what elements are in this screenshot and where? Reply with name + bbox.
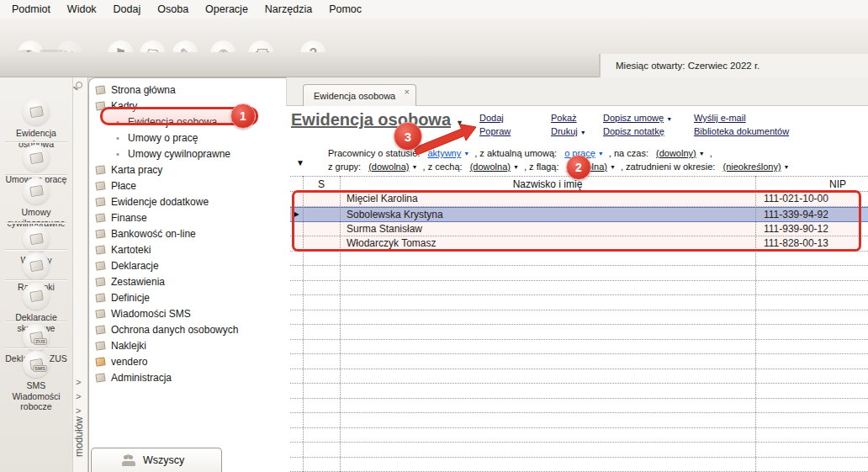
filter-text: , bbox=[710, 148, 712, 158]
tree-item-zestawienia[interactable]: Zestawienia bbox=[88, 273, 286, 289]
document-tab-ewidencja-osobowa[interactable]: Ewidencja osobowa × bbox=[303, 84, 416, 106]
pokaz-link[interactable]: Pokaż bbox=[551, 113, 577, 123]
filter-line-1: Pracownicy o statusie: aktywny , z aktua… bbox=[328, 148, 715, 158]
dropdown-caret-icon: ▼ bbox=[666, 116, 672, 122]
sidebar-item-label: SMS Wiadomości robocze bbox=[2, 380, 71, 412]
banking-icon bbox=[95, 229, 105, 238]
wyslij-email-link[interactable]: Wyślij e-mail bbox=[694, 113, 746, 123]
close-icon[interactable]: × bbox=[405, 87, 410, 97]
tree-item-umowy-o-prace[interactable]: Umowy o pracę bbox=[88, 130, 286, 146]
filter-text: , z flagą: bbox=[524, 162, 559, 172]
dopisz-notatke-link[interactable]: Dopisz notatkę bbox=[603, 126, 664, 136]
document-tab-label: Ewidencja osobowa bbox=[314, 91, 395, 101]
sidebar-item-umowy-cywilnoprawne[interactable]: Umowy cywilnoprawne bbox=[0, 178, 72, 228]
tree-item-naklejki[interactable]: Naklejki bbox=[88, 337, 286, 353]
home-icon bbox=[95, 85, 105, 94]
empty-table-row bbox=[290, 354, 868, 369]
tree-item-wiadomosci-sms[interactable]: Wiadomości SMS bbox=[88, 305, 286, 321]
title-dropdown-caret-icon[interactable]: ▼ bbox=[456, 119, 463, 127]
empty-table-row bbox=[290, 295, 868, 310]
labels-icon bbox=[95, 341, 105, 350]
modules-strip-label: modułów bbox=[73, 416, 85, 457]
tree-item-karta-pracy[interactable]: Karta pracy bbox=[88, 162, 286, 178]
tree-item-vendero[interactable]: vendero bbox=[88, 353, 286, 369]
filter-okres-link[interactable]: (nieokreślony) bbox=[722, 162, 789, 172]
biblioteka-dokumentow-link[interactable]: Biblioteka dokumentów bbox=[694, 126, 789, 136]
menu-narzedzia[interactable]: Narzędzia bbox=[257, 2, 320, 17]
dopisz-umowe-link[interactable]: Dopisz umowę▼ bbox=[603, 113, 672, 123]
menu-pomoc[interactable]: Pomoc bbox=[320, 2, 370, 17]
menu-dodaj[interactable]: Dodaj bbox=[105, 2, 150, 17]
empty-table-row bbox=[290, 399, 868, 414]
doc-shape bbox=[29, 233, 44, 245]
expand-chevron-icon[interactable]: > bbox=[76, 406, 81, 416]
menu-podmiot[interactable]: Podmiot bbox=[3, 2, 59, 17]
tree-item-ewidencje-dodatkowe[interactable]: Ewidencje dodatkowe bbox=[88, 194, 286, 209]
tree-label: Karta pracy bbox=[111, 164, 162, 176]
dodaj-link[interactable]: Dodaj bbox=[479, 113, 504, 123]
filter-text: , z aktualną umową: bbox=[474, 148, 557, 158]
civil-contract-icon bbox=[23, 178, 50, 204]
expand-chevron-icon[interactable]: > bbox=[76, 391, 81, 401]
tree-label: Ewidencje dodatkowe bbox=[111, 196, 209, 208]
empty-table-row bbox=[290, 369, 868, 384]
filter-cecha-link[interactable]: (dowolna) bbox=[470, 162, 519, 172]
finance-icon bbox=[95, 213, 105, 222]
tree-item-deklaracje[interactable]: Deklaracje bbox=[88, 257, 286, 273]
menu-widok[interactable]: Widok bbox=[59, 2, 105, 17]
filter-status-link[interactable]: aktywny bbox=[428, 148, 470, 158]
expand-chevron-icon[interactable]: > bbox=[76, 377, 81, 387]
tree-item-ochrona-danych[interactable]: Ochrona danych osobowych bbox=[88, 321, 286, 337]
tree-label: Zestawienia bbox=[111, 276, 165, 288]
tab-wszyscy[interactable]: Wszyscy bbox=[91, 448, 222, 472]
tree-label: vendero bbox=[111, 356, 147, 368]
pin-icon[interactable] bbox=[76, 82, 82, 88]
tree-item-place[interactable]: Płace bbox=[88, 178, 286, 194]
filter-dropdown-caret-icon[interactable]: ▼ bbox=[296, 158, 304, 167]
drukuj-link[interactable]: Drukuj▼ bbox=[551, 126, 586, 136]
filter-na-czas-link[interactable]: (dowolny) bbox=[656, 148, 705, 158]
tree-item-finanse[interactable]: Finanse bbox=[88, 209, 286, 225]
doc-shape bbox=[29, 106, 44, 118]
tree-item-bankowosc-online[interactable]: Bankowość on-line bbox=[88, 225, 286, 241]
filter-line-2: z grupy: (dowolna) , z cechą: (dowolna) … bbox=[328, 162, 792, 172]
card-index-icon bbox=[95, 245, 105, 254]
contract-icon bbox=[23, 145, 50, 172]
header-name[interactable]: Nazwisko i imię bbox=[340, 178, 755, 190]
tree-item-administracja[interactable]: Administracja bbox=[88, 369, 286, 385]
payroll-icon bbox=[95, 181, 105, 190]
separator bbox=[5, 141, 67, 142]
empty-rows bbox=[290, 252, 868, 472]
popraw-link[interactable]: Popraw bbox=[479, 126, 511, 136]
empty-table-row bbox=[290, 384, 868, 399]
annotation-step-1: 1 bbox=[230, 103, 256, 129]
tree-label: Umowy cywilnoprawne bbox=[128, 148, 230, 160]
menu-osoba[interactable]: Osoba bbox=[149, 2, 197, 17]
empty-table-row bbox=[290, 458, 868, 472]
bullet-icon bbox=[116, 149, 124, 159]
tree-item-kartoteki[interactable]: Kartoteki bbox=[88, 241, 286, 257]
filter-text: z grupy: bbox=[328, 162, 361, 172]
open-month-text: Miesiąc otwarty: Czerwiec 2022 r. bbox=[616, 61, 760, 71]
separator bbox=[5, 321, 67, 321]
menu-operacje[interactable]: Operacje bbox=[197, 2, 257, 17]
vendero-icon bbox=[95, 357, 105, 366]
header-nip[interactable]: NIP bbox=[755, 178, 868, 190]
tree-item-definicje[interactable]: Definicje bbox=[88, 289, 286, 305]
sidebar-item-sms-wiadomosci-robocze[interactable]: SMS SMS Wiadomości robocze bbox=[0, 351, 72, 412]
tree-label: Finanse bbox=[111, 212, 147, 224]
header-s[interactable]: S bbox=[303, 178, 340, 190]
tree-label: Administracja bbox=[111, 372, 172, 384]
page-title[interactable]: Ewidencja osobowa bbox=[291, 110, 451, 130]
tree-item-strona-glowna[interactable]: Strona główna bbox=[88, 82, 286, 98]
separator bbox=[5, 174, 67, 175]
empty-table-row bbox=[290, 310, 868, 326]
zus-badge: ZUS bbox=[34, 338, 47, 345]
separator bbox=[5, 279, 67, 280]
tree-item-umowy-cywilnoprawne[interactable]: Umowy cywilnoprawne bbox=[88, 146, 286, 162]
filter-grupa-link[interactable]: (dowolna) bbox=[368, 162, 417, 172]
open-month-panel: Miesiąc otwarty: Czerwiec 2022 r. bbox=[599, 54, 868, 77]
separator bbox=[5, 249, 67, 250]
tree-label: Kartoteki bbox=[111, 244, 151, 256]
tree-label: Wiadomości SMS bbox=[111, 308, 191, 320]
